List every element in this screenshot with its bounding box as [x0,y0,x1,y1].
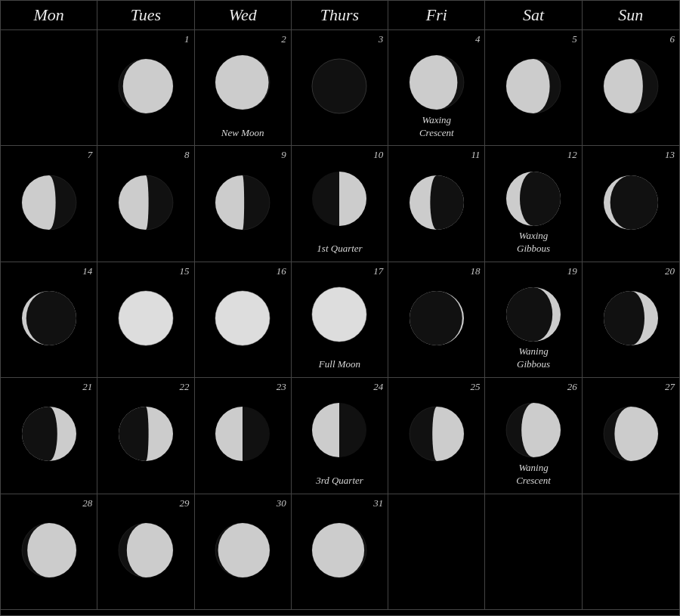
day-number: 9 [281,149,286,161]
day-number: 15 [180,265,190,277]
header-day: Mon [1,1,97,29]
day-number: 4 [475,33,481,45]
calendar-cell: 24 3rd Quarter [292,378,388,494]
calendar-cell: 5 [485,30,582,146]
day-number: 29 [180,497,190,509]
moon-phase-icon [503,56,564,119]
calendar-cell: 4 WaxingCrescent [388,30,485,146]
phase-label: Full Moon [292,358,388,371]
day-number: 30 [277,497,286,509]
moon-phase-icon [19,288,79,351]
phase-label: WaxingGibbous [485,230,581,255]
svg-point-35 [312,287,366,342]
day-number: 6 [670,33,675,45]
calendar-cell: 31 [292,494,388,610]
day-number: 7 [88,149,93,161]
calendar-grid: 1 2 New Moon3 4 WaxingCrescent5 [1,30,679,610]
moon-phase-icon [406,288,467,351]
calendar-cell [583,494,679,610]
day-number: 5 [572,33,577,45]
moon-phase-icon [309,56,369,119]
day-number: 20 [665,265,675,277]
calendar-cell: 16 [195,262,292,378]
moon-phase-icon [212,172,273,236]
calendar-cell: 21 [1,378,97,494]
moon-phase-icon [503,400,564,463]
calendar-cell: 25 [388,378,485,494]
calendar-cell: 2 New Moon [195,30,292,146]
day-number: 11 [471,149,480,161]
moon-phase-icon [116,288,176,351]
day-number: 24 [373,381,383,393]
moon-phase-icon [601,288,661,351]
moon-phase-icon [212,520,273,583]
moon-phase-icon [116,404,176,467]
calendar-cell: 27 [583,378,679,494]
moon-phase-icon [19,172,79,236]
moon-phase-icon [309,284,369,348]
phase-label: WaningGibbous [485,345,581,371]
day-number: 1 [184,33,190,45]
calendar-cell: 29 [97,494,194,610]
moon-phase-icon [309,520,369,583]
day-number: 21 [82,381,92,393]
calendar-cell: 20 [583,262,679,378]
svg-point-29 [119,291,173,345]
calendar-cell: 28 [1,494,97,610]
moon-phase-icon [19,520,79,583]
day-number: 16 [277,265,286,277]
calendar-cell: 17 Full Moon [292,262,388,378]
calendar-cell: 3 [292,30,388,146]
day-number: 12 [567,149,577,161]
moon-phase-icon [503,284,564,348]
moon-phase-icon [503,169,564,232]
moon-calendar: MonTuesWedThursFriSatSun 1 2 New Moon3 4 [0,0,680,616]
calendar-cell: 1 [97,30,194,146]
header-day: Wed [195,1,292,29]
header-day: Sun [583,1,679,29]
moon-phase-icon [406,172,467,236]
moon-phase-icon [601,56,661,119]
calendar-cell: 22 [97,378,194,494]
moon-phase-icon [601,404,661,467]
day-number: 8 [184,149,190,161]
header-day: Fri [388,1,485,29]
day-number: 10 [373,149,383,161]
day-number: 28 [82,497,92,509]
moon-phase-icon [601,172,661,236]
moon-phase-icon [116,56,176,119]
svg-point-32 [215,291,270,345]
calendar-cell: 14 [1,262,97,378]
day-number: 13 [665,149,675,161]
calendar-cell: 8 [97,146,194,262]
day-number: 31 [373,497,383,509]
phase-label: WaxingCrescent [388,114,484,140]
phase-label: New Moon [195,127,291,140]
day-number: 3 [379,33,384,45]
calendar-cell: 7 [1,146,97,262]
moon-phase-icon [406,52,467,116]
calendar-cell: 15 [97,262,194,378]
moon-phase-icon [309,400,369,463]
day-number: 26 [567,381,577,393]
calendar-cell: 30 [195,494,292,610]
calendar-cell: 23 [195,378,292,494]
calendar-cell: 11 [388,146,485,262]
calendar-cell: 9 [195,146,292,262]
calendar-cell [388,494,485,610]
phase-label: WaningCrescent [485,462,581,488]
calendar-cell [1,30,97,146]
calendar-cell: 12 WaxingGibbous [485,146,582,262]
day-number: 2 [281,33,286,45]
header-day: Sat [485,1,582,29]
moon-phase-icon [309,169,369,232]
day-number: 17 [373,265,383,277]
calendar-cell [485,494,582,610]
moon-phase-icon [116,172,176,236]
phase-label: 1st Quarter [292,243,388,255]
calendar-cell: 13 [583,146,679,262]
day-number: 25 [470,381,480,393]
header-day: Thurs [292,1,388,29]
calendar-cell: 18 [388,262,485,378]
moon-phase-icon [19,404,79,467]
